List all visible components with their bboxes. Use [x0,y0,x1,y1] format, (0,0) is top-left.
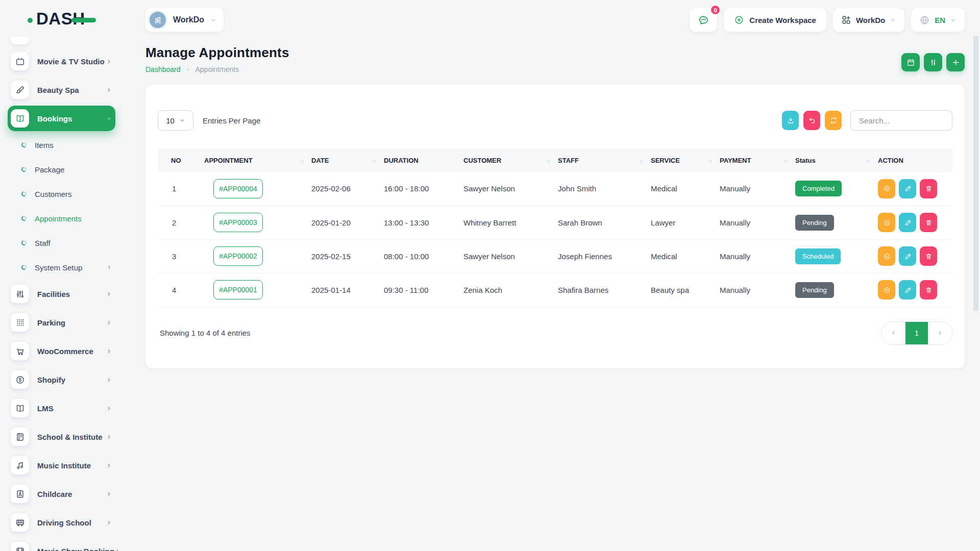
column-header-date[interactable]: DATE↑↓ [311,149,384,172]
sort-icon[interactable]: ↑↓ [372,158,376,164]
scrolled-menu-item-partial [11,37,29,44]
sort-icon[interactable]: ↑↓ [783,158,787,164]
sidebar-item-school-institute[interactable]: School & Institute [8,422,115,451]
delete-button[interactable] [920,280,937,299]
workspace-selector[interactable]: WorkDo [145,8,224,32]
sidebar-subitem-package[interactable]: Package [8,157,115,182]
sidebar-item-woocommerce[interactable]: WooCommerce [8,337,115,365]
delete-button[interactable] [920,213,937,232]
cell-staff: Sarah Brown [558,206,651,239]
chevron-right-icon [106,264,112,270]
search-input[interactable] [850,110,952,131]
sidebar-item-label: Movie & TV Studio [37,57,106,66]
school-icon [11,428,29,446]
sort-icon[interactable]: ↑↓ [546,158,550,164]
sidebar-subitem-label: Package [35,165,112,174]
sort-icon[interactable]: ↑↓ [300,158,303,164]
cart-icon [11,342,29,360]
column-header-status[interactable]: Status↑↓ [795,149,878,172]
add-appointment-button[interactable] [946,53,965,71]
chevron-right-icon [106,434,112,440]
topbar-actions: 0 Create Workspace WorkDo EN [690,8,965,32]
column-header-appointment[interactable]: APPOINTMENT↑↓ [204,149,311,172]
edit-button[interactable] [899,179,916,198]
sidebar-item-shopify[interactable]: Shopify [8,365,115,394]
chevron-down-icon [210,17,216,23]
sidebar-item-lms[interactable]: LMS [8,394,115,422]
sidebar-item-facilities[interactable]: Facilities [8,280,115,308]
sidebar-item-childcare[interactable]: Childcare [8,480,115,508]
sort-icon[interactable]: ↑↓ [708,158,712,164]
bullet-icon [21,166,28,173]
bullet-icon [21,264,28,271]
appointment-link[interactable]: #APP00001 [213,280,263,299]
entries-per-page-select[interactable]: 10 [158,110,193,131]
sort-icon[interactable]: ↑↓ [866,158,870,164]
pencil-icon [904,219,912,227]
delete-button[interactable] [920,246,937,266]
sidebar-item-driving-school[interactable]: Driving School [8,508,115,537]
page-scrollbar[interactable] [973,36,978,546]
view-button[interactable] [878,179,895,198]
cell-appointment: #APP00002 [204,239,311,273]
delete-button[interactable] [920,179,937,198]
previous-page-button[interactable] [881,322,905,344]
sidebar-item-beauty-spa[interactable]: Beauty Spa [8,76,115,104]
row-action-buttons [878,179,953,198]
toolbar-buttons [782,111,842,130]
sliders-icon [11,285,29,303]
refresh-button[interactable] [825,111,842,130]
cell-customer: Whitney Barrett [463,206,558,239]
sidebar-item-music-institute[interactable]: Music Institute [8,451,115,480]
sidebar-subitem-items[interactable]: Items [8,133,115,157]
sidebar-item-bookings[interactable]: Bookings [8,106,115,131]
sidebar-subitem-label: Appointments [35,214,112,223]
appointment-link[interactable]: #APP00004 [213,179,263,198]
view-button[interactable] [878,213,895,232]
workdo-apps-menu[interactable]: WorkDo [833,8,904,32]
view-button[interactable] [878,280,895,299]
column-header-customer[interactable]: CUSTOMER↑↓ [463,149,558,172]
dash-logo[interactable]: DASH [0,0,122,37]
download-icon [787,116,795,124]
sidebar-subitem-staff[interactable]: Staff [8,231,115,255]
breadcrumb-dashboard-link[interactable]: Dashboard [145,65,181,73]
export-button[interactable] [782,111,799,130]
sidebar-item-label: Childcare [37,490,106,498]
scrollbar-thumb[interactable] [973,36,978,311]
edit-button[interactable] [899,246,916,266]
tv-icon [11,52,29,70]
chevron-down-icon [890,17,896,23]
edit-button[interactable] [899,280,916,299]
create-workspace-button[interactable]: Create Workspace [724,8,826,32]
column-header-payment[interactable]: PAYMENT↑↓ [720,149,795,172]
chevron-right-icon [106,319,112,326]
sidebar-item-movie-show-booking[interactable]: Movie Show Booking [8,537,115,551]
messages-button[interactable]: 0 [690,8,717,32]
cell-payment: Manually [720,206,795,239]
sidebar-item-parking[interactable]: Parking [8,308,115,337]
appointment-link[interactable]: #APP00002 [213,246,263,266]
sidebar-subitem-appointments[interactable]: Appointments [8,206,115,231]
sidebar-subitem-label: Customers [35,190,112,198]
sort-icon[interactable]: ↑↓ [639,158,643,164]
edit-button[interactable] [899,213,916,232]
column-header-service[interactable]: SERVICE↑↓ [651,149,720,172]
current-page-button[interactable]: 1 [905,322,928,344]
sidebar-item-label: WooCommerce [37,347,106,356]
plus-circle-icon [734,15,744,25]
book-open-icon [11,399,29,417]
view-button[interactable] [878,246,895,266]
appointment-link[interactable]: #APP00003 [213,213,263,232]
language-selector[interactable]: EN [911,8,965,32]
reset-button[interactable] [803,111,820,130]
sidebar-subitem-customers[interactable]: Customers [8,182,115,206]
sidebar-subitem-system-setup[interactable]: System Setup [8,255,115,280]
next-page-button[interactable] [928,322,952,344]
column-header-staff[interactable]: STAFF↑↓ [558,149,651,172]
calendar-view-button[interactable] [901,53,920,71]
chevron-right-icon [114,548,121,551]
cell-action [878,206,953,239]
board-view-button[interactable] [924,53,942,71]
sidebar-item-movie-tv-studio[interactable]: Movie & TV Studio [8,47,115,76]
